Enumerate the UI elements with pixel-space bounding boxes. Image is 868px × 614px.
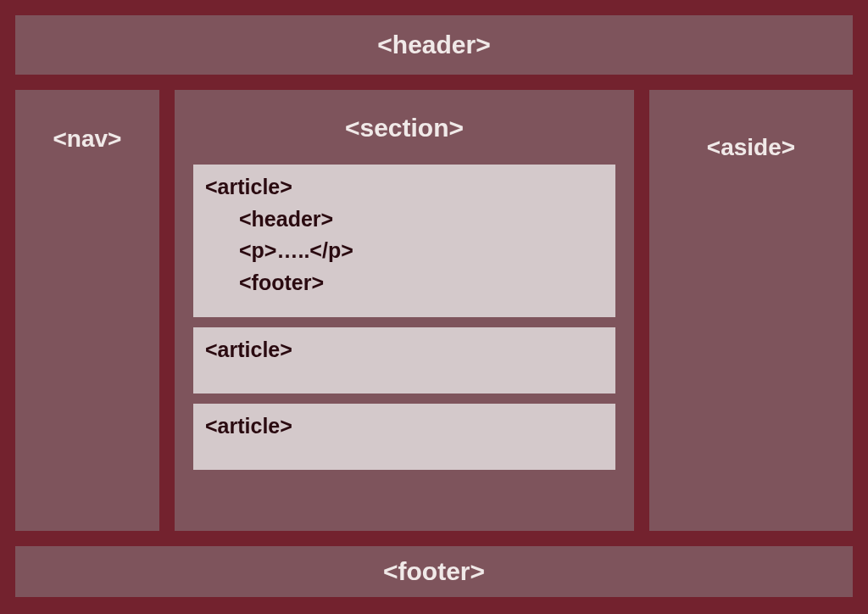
header-region: <header> (15, 15, 853, 75)
article-child-p: <p>…..</p> (205, 235, 604, 267)
article-label: <article> (205, 171, 604, 204)
article-label: <article> (205, 410, 604, 443)
nav-label: <nav> (53, 126, 122, 152)
section-region: <section> <article> <header> <p>…..</p> … (175, 90, 634, 531)
section-label: <section> (193, 90, 615, 165)
aside-region: <aside> (649, 90, 853, 531)
article-region: <article> (193, 327, 615, 394)
footer-region: <footer> (15, 546, 853, 597)
article-region: <article> <header> <p>…..</p> <footer> (193, 165, 615, 317)
article-label: <article> (205, 334, 604, 366)
article-region: <article> (193, 404, 615, 470)
header-label: <header> (377, 31, 490, 59)
aside-label: <aside> (707, 134, 795, 160)
article-child-header: <header> (205, 204, 604, 236)
article-child-footer: <footer> (205, 267, 604, 299)
footer-label: <footer> (383, 557, 485, 586)
nav-region: <nav> (15, 90, 159, 531)
middle-row: <nav> <section> <article> <header> <p>….… (15, 90, 853, 531)
